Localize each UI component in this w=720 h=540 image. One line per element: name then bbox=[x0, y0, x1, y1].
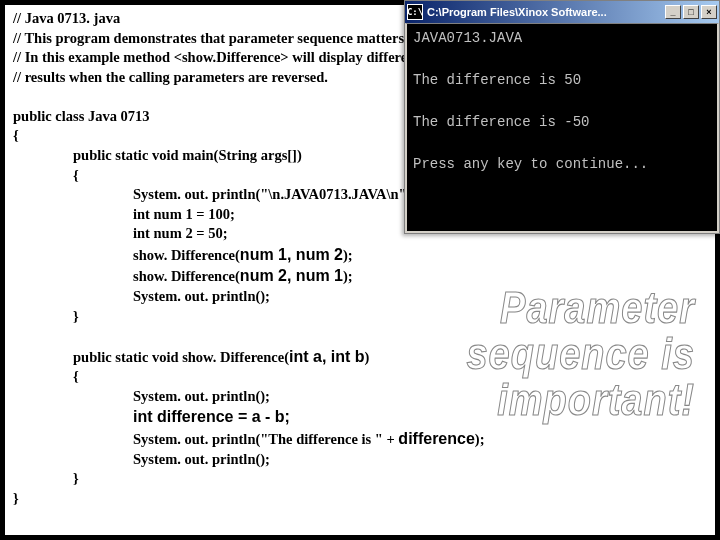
param-emphasis: int a, int b bbox=[289, 348, 365, 365]
stmt: System. out. println("The difference is … bbox=[13, 428, 707, 450]
brace: } bbox=[13, 489, 707, 509]
stmt: System. out. println(); bbox=[13, 387, 707, 407]
window-title: C:\Program Files\Xinox Software... bbox=[427, 6, 665, 18]
cmd-icon: C:\ bbox=[407, 4, 423, 20]
console-output: JAVA0713.JAVA The difference is 50 The d… bbox=[405, 23, 719, 233]
console-window: C:\ C:\Program Files\Xinox Software... _… bbox=[404, 0, 720, 234]
close-button[interactable]: × bbox=[701, 5, 717, 19]
param-emphasis: num 2, num 1 bbox=[240, 267, 343, 284]
stmt: show. Difference(num 2, num 1); bbox=[13, 265, 707, 287]
var-emphasis: difference bbox=[398, 430, 474, 447]
blank-line bbox=[13, 326, 707, 346]
method-decl: public static void show. Difference(int … bbox=[13, 346, 707, 368]
brace: } bbox=[13, 469, 707, 489]
titlebar[interactable]: C:\ C:\Program Files\Xinox Software... _… bbox=[405, 1, 719, 23]
param-emphasis: num 1, num 2 bbox=[240, 246, 343, 263]
maximize-button[interactable]: □ bbox=[683, 5, 699, 19]
minimize-button[interactable]: _ bbox=[665, 5, 681, 19]
stmt: System. out. println(); bbox=[13, 287, 707, 307]
brace: } bbox=[13, 307, 707, 327]
stmt: System. out. println(); bbox=[13, 450, 707, 470]
stmt-emphasis: int difference = a - b; bbox=[13, 406, 707, 428]
stmt: show. Difference(num 1, num 2); bbox=[13, 244, 707, 266]
brace: { bbox=[13, 367, 707, 387]
